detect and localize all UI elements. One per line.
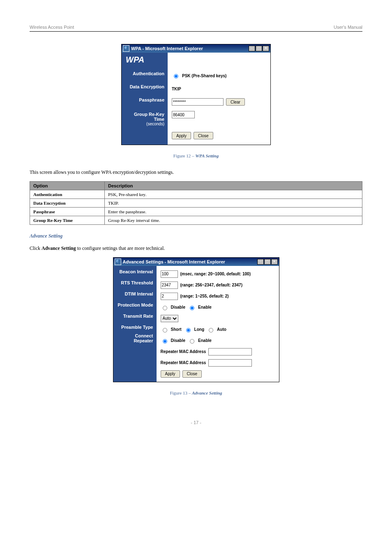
prot-label: Protection Mode xyxy=(113,299,157,310)
psk-option: PSK (Pre-Shared keys) xyxy=(182,74,226,78)
mac1-label: Repeater MAC Address xyxy=(161,349,206,354)
pass-label: Passphrase xyxy=(122,93,168,106)
wpa-intro: This screen allows you to configure WPA … xyxy=(30,169,362,175)
tx-label: Transmit Rate xyxy=(113,310,157,321)
preamble-auto-radio[interactable] xyxy=(209,328,213,332)
preamble-label: Preamble Type xyxy=(113,321,157,332)
repeater-disable-radio[interactable] xyxy=(163,339,167,344)
wpa-caption: Figure 12 – WPA Setting xyxy=(30,153,362,158)
close-icon[interactable] xyxy=(271,259,278,265)
beacon-input[interactable] xyxy=(161,270,178,278)
mac1-input[interactable] xyxy=(208,348,252,355)
page-number: - 17 - xyxy=(30,420,362,425)
adv-intro: Click Advance Setting to configure setti… xyxy=(30,245,362,252)
close-icon[interactable] xyxy=(263,46,269,51)
repeater-label: Connect Repeater xyxy=(113,332,157,344)
advance-heading: Advance Setting xyxy=(30,233,362,239)
minimize-icon[interactable] xyxy=(257,259,264,265)
enc-label: Data Encryption xyxy=(122,80,168,93)
close-button[interactable]: Close xyxy=(194,132,213,139)
maximize-icon[interactable] xyxy=(256,46,262,51)
header-right: User's Manual xyxy=(334,25,362,30)
beacon-note: (msec, range: 20~1000, default: 100) xyxy=(180,272,251,276)
psk-radio[interactable] xyxy=(174,74,178,78)
rts-note: (range: 256~2347, default: 2347) xyxy=(180,283,242,287)
table-row: Data EncryptionTKIP. xyxy=(30,199,362,208)
rekey-label: Group Re-Key Time (seconds) xyxy=(122,106,168,126)
titlebar: Advanced Settings - Microsoft Internet E… xyxy=(113,258,279,266)
page-header: Wireless Access Point User's Manual xyxy=(30,25,362,32)
transmit-rate-select[interactable]: Auto xyxy=(161,315,178,322)
apply-button[interactable]: Apply xyxy=(172,132,191,139)
titlebar: WPA - Microsoft Internet Explorer xyxy=(122,44,270,53)
passphrase-input[interactable] xyxy=(172,98,224,106)
th-option: Option xyxy=(30,182,105,190)
dtim-input[interactable] xyxy=(161,293,178,300)
close-button[interactable]: Close xyxy=(182,370,202,378)
prot-disable-radio[interactable] xyxy=(163,306,167,310)
clear-button[interactable]: Clear xyxy=(226,98,245,106)
ie-icon xyxy=(115,259,121,265)
rekey-input[interactable] xyxy=(172,111,195,118)
minimize-icon[interactable] xyxy=(249,46,255,51)
maximize-icon[interactable] xyxy=(264,259,271,265)
table-row: AuthenticationPSK, Pre-shared key. xyxy=(30,190,362,199)
ie-icon xyxy=(123,45,129,52)
enc-value: TKIP xyxy=(172,87,181,91)
auth-label: Authentication xyxy=(122,67,168,80)
dtim-note: (range: 1~255, default: 2) xyxy=(180,294,229,298)
advanced-window: Advanced Settings - Microsoft Internet E… xyxy=(113,257,279,382)
wpa-table: Option Description AuthenticationPSK, Pr… xyxy=(30,181,362,225)
table-row: PassphraseEnter the passphrase. xyxy=(30,208,362,216)
window-title: Advanced Settings - Microsoft Internet E… xyxy=(123,259,257,264)
wpa-window: WPA - Microsoft Internet Explorer WPA Au… xyxy=(121,44,271,145)
preamble-long-radio[interactable] xyxy=(186,328,191,332)
window-title: WPA - Microsoft Internet Explorer xyxy=(131,46,249,51)
wpa-heading: WPA xyxy=(122,53,168,67)
beacon-label: Beacon Interval xyxy=(113,266,157,277)
repeater-enable-radio[interactable] xyxy=(190,339,194,344)
mac2-label: Repeater MAC Address xyxy=(161,360,206,365)
adv-caption: Figure 13 – Advance Setting xyxy=(30,390,362,395)
rts-label: RTS Threshold xyxy=(113,277,157,288)
preamble-short-radio[interactable] xyxy=(163,328,167,332)
th-desc: Description xyxy=(105,182,362,190)
table-row: Group Re-Key TimeGroup Re-Key interval t… xyxy=(30,216,362,225)
dtim-label: DTIM Interval xyxy=(113,288,157,299)
rts-input[interactable] xyxy=(161,282,178,289)
header-left: Wireless Access Point xyxy=(30,25,74,30)
prot-enable-radio[interactable] xyxy=(190,306,194,310)
apply-button[interactable]: Apply xyxy=(161,370,180,378)
mac2-input[interactable] xyxy=(208,359,252,367)
